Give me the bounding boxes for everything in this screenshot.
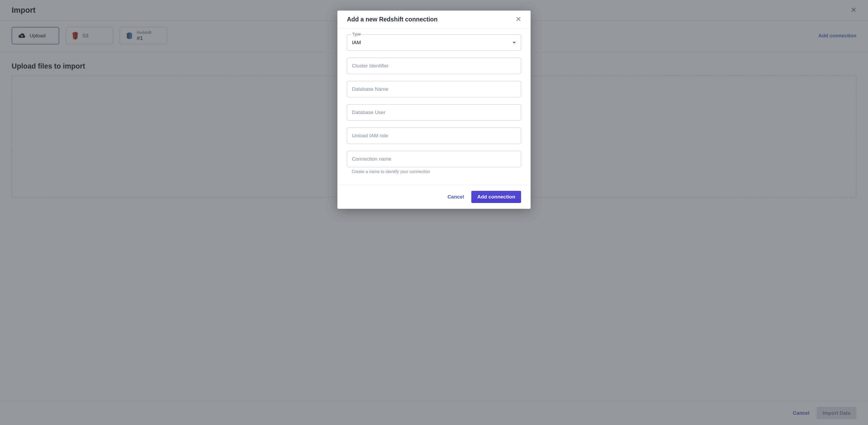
modal-overlay: Add a new Redshift connection Type IAM C… bbox=[0, 0, 868, 425]
database-user-field[interactable]: Database User bbox=[347, 104, 521, 121]
cluster-identifier-field[interactable]: Cluster Identifier bbox=[347, 58, 521, 74]
modal-cancel-button[interactable]: Cancel bbox=[447, 194, 464, 200]
cluster-identifier-placeholder: Cluster Identifier bbox=[352, 63, 389, 69]
close-icon bbox=[516, 17, 521, 22]
caret-down-icon bbox=[512, 40, 516, 45]
database-name-field[interactable]: Database Name bbox=[347, 81, 521, 97]
connection-name-field[interactable]: Connection name bbox=[347, 151, 521, 167]
redshift-connection-modal: Add a new Redshift connection Type IAM C… bbox=[337, 10, 531, 209]
type-select-value: IAM bbox=[352, 40, 361, 45]
connection-name-placeholder: Connection name bbox=[352, 156, 392, 162]
unload-iam-role-placeholder: Unload IAM role bbox=[352, 133, 388, 139]
database-user-placeholder: Database User bbox=[352, 110, 385, 115]
unload-iam-role-field[interactable]: Unload IAM role bbox=[347, 127, 521, 144]
modal-title: Add a new Redshift connection bbox=[347, 16, 437, 23]
modal-close-button[interactable] bbox=[516, 17, 521, 23]
type-select[interactable]: IAM bbox=[347, 34, 521, 51]
type-field-label: Type bbox=[351, 32, 363, 36]
database-name-placeholder: Database Name bbox=[352, 86, 388, 92]
connection-name-helper: Create a name to identify your connectio… bbox=[347, 170, 521, 174]
modal-add-connection-button[interactable]: Add connection bbox=[471, 191, 521, 203]
